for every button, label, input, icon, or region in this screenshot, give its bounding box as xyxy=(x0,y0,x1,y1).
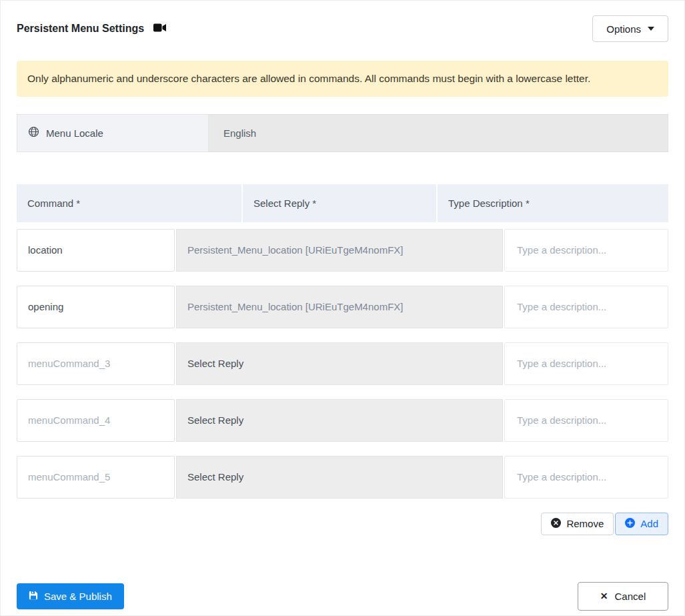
select-reply-dropdown[interactable]: Select Reply xyxy=(176,456,503,499)
chevron-down-icon xyxy=(648,27,654,31)
x-circle-filled-icon xyxy=(551,518,561,530)
remove-label: Remove xyxy=(566,518,604,529)
command-input[interactable] xyxy=(17,286,175,328)
command-input[interactable] xyxy=(17,229,175,272)
commands-table: Command * Select Reply * Type Descriptio… xyxy=(17,184,668,535)
select-reply-dropdown[interactable]: Select Reply xyxy=(176,342,503,385)
description-input[interactable] xyxy=(504,456,668,499)
description-input[interactable] xyxy=(504,286,668,328)
menu-locale-label-text: Menu Locale xyxy=(46,127,103,139)
video-camera-icon xyxy=(153,23,166,35)
row-actions: Remove Add xyxy=(17,513,668,535)
plus-circle-filled-icon xyxy=(625,518,635,530)
menu-locale-value-text: English xyxy=(223,127,256,139)
table-header-row: Command * Select Reply * Type Descriptio… xyxy=(17,184,668,222)
menu-locale-select[interactable]: English xyxy=(209,114,668,152)
description-input[interactable] xyxy=(504,229,668,272)
remove-row-button[interactable]: Remove xyxy=(541,513,614,535)
select-reply-value: Persistent_Menu_location [URiEuTgeM4nomF… xyxy=(187,244,403,256)
floppy-disk-icon xyxy=(29,591,38,602)
table-row: Select Reply xyxy=(17,399,668,442)
select-reply-value: Persistent_Menu_location [URiEuTgeM4nomF… xyxy=(187,301,403,312)
column-header-type-description: Type Description * xyxy=(438,184,668,222)
column-header-select-reply: Select Reply * xyxy=(243,184,436,222)
page-title: Persistent Menu Settings xyxy=(17,23,144,35)
add-label: Add xyxy=(640,518,658,529)
select-reply-value: Select Reply xyxy=(187,471,243,483)
table-row: Select Reply xyxy=(17,456,668,499)
column-header-command: Command * xyxy=(17,184,241,222)
table-row: Persistent_Menu_location [URiEuTgeM4nomF… xyxy=(17,229,668,272)
options-label: Options xyxy=(606,23,641,35)
select-reply-value: Select Reply xyxy=(187,358,243,369)
select-reply-dropdown[interactable]: Persistent_Menu_location [URiEuTgeM4nomF… xyxy=(176,286,503,328)
save-publish-button[interactable]: Save & Publish xyxy=(17,583,124,609)
persistent-menu-settings-panel: Persistent Menu Settings Options Only al… xyxy=(1,1,684,615)
description-input[interactable] xyxy=(504,342,668,385)
add-row-button[interactable]: Add xyxy=(615,513,668,535)
select-reply-value: Select Reply xyxy=(187,414,243,426)
title-wrap: Persistent Menu Settings xyxy=(17,23,166,35)
save-publish-label: Save & Publish xyxy=(44,591,112,602)
alert-banner: Only alphanumeric and underscore charact… xyxy=(17,61,668,97)
command-input[interactable] xyxy=(17,342,175,385)
menu-locale-label: Menu Locale xyxy=(17,114,209,152)
command-input[interactable] xyxy=(17,399,175,442)
table-row: Persistent_Menu_location [URiEuTgeM4nomF… xyxy=(17,286,668,328)
x-icon: ✕ xyxy=(600,591,608,601)
options-button[interactable]: Options xyxy=(592,15,668,42)
header: Persistent Menu Settings Options xyxy=(17,15,668,42)
menu-locale-row: Menu Locale English xyxy=(17,114,668,152)
select-reply-dropdown[interactable]: Select Reply xyxy=(176,399,503,442)
cancel-button[interactable]: ✕ Cancel xyxy=(578,582,668,611)
footer: Save & Publish ✕ Cancel xyxy=(17,582,668,611)
cancel-label: Cancel xyxy=(615,591,646,602)
table-row: Select Reply xyxy=(17,342,668,385)
command-input[interactable] xyxy=(17,456,175,499)
select-reply-dropdown[interactable]: Persistent_Menu_location [URiEuTgeM4nomF… xyxy=(176,229,503,272)
description-input[interactable] xyxy=(504,399,668,442)
globe-icon xyxy=(28,126,39,139)
